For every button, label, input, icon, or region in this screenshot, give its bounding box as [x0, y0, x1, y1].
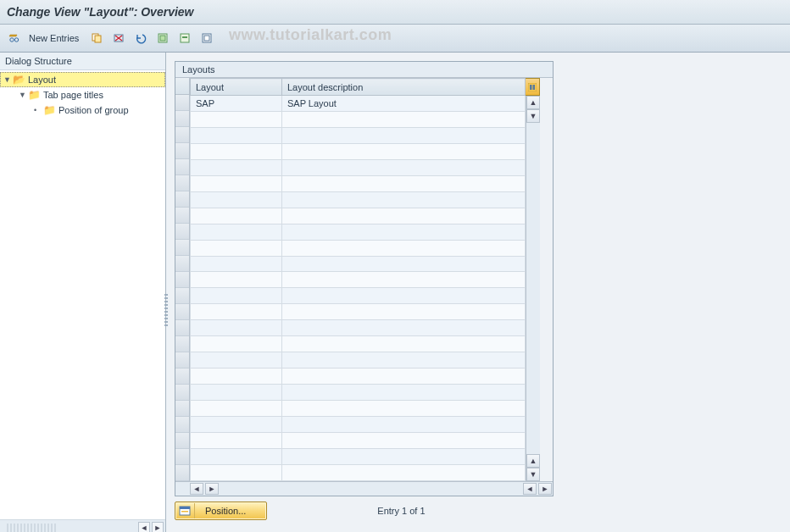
cell-description[interactable] [282, 256, 526, 272]
table-row[interactable] [191, 272, 526, 288]
cell-description[interactable] [282, 401, 526, 417]
cell-description[interactable] [282, 369, 526, 385]
cell-description[interactable] [282, 240, 526, 256]
table-row[interactable] [191, 464, 526, 480]
cell-description[interactable] [282, 288, 526, 304]
cell-layout[interactable] [191, 191, 282, 208]
scroll-right-button[interactable]: ► [538, 483, 552, 495]
scroll-up-button[interactable]: ▲ [526, 96, 540, 109]
hscroll-right-button[interactable]: ► [152, 522, 164, 532]
cell-layout[interactable] [191, 272, 282, 288]
table-row[interactable] [191, 352, 526, 369]
resize-grip[interactable] [7, 524, 58, 532]
cell-description[interactable] [282, 448, 526, 464]
column-header-layout[interactable]: Layout [191, 79, 282, 96]
scroll-up-button[interactable]: ▲ [526, 454, 540, 468]
row-header-cell[interactable] [175, 417, 189, 433]
cell-layout[interactable] [191, 256, 282, 272]
scroll-left-button[interactable]: ◄ [523, 483, 537, 495]
cell-description[interactable] [282, 352, 526, 369]
cell-description[interactable] [282, 127, 526, 143]
cell-layout[interactable] [191, 417, 282, 433]
scroll-down-button[interactable]: ▼ [526, 109, 540, 123]
row-header-cell[interactable] [175, 433, 189, 449]
hscroll-left-button[interactable]: ◄ [138, 522, 150, 532]
toggle-display-change-button[interactable] [5, 29, 24, 47]
cell-layout[interactable] [191, 224, 282, 240]
tree-node-layout[interactable]: ▼ 📂 Layout [0, 72, 165, 87]
cell-description[interactable] [282, 143, 526, 159]
table-row[interactable] [191, 433, 526, 449]
select-block-button[interactable] [175, 29, 194, 47]
splitter-handle[interactable] [164, 294, 168, 328]
table-row[interactable] [191, 143, 526, 159]
cell-layout[interactable] [191, 385, 282, 401]
cell-layout[interactable] [191, 320, 282, 336]
cell-layout[interactable] [191, 352, 282, 369]
row-header-corner[interactable] [175, 78, 189, 95]
cell-description[interactable] [282, 191, 526, 208]
cell-description[interactable] [282, 224, 526, 240]
row-header-cell[interactable] [175, 111, 189, 127]
row-header-cell[interactable] [175, 175, 189, 191]
cell-description[interactable] [282, 417, 526, 433]
row-header-cell[interactable] [175, 127, 189, 143]
cell-description[interactable]: SAP Layout [282, 96, 526, 112]
scroll-right-button[interactable]: ► [205, 483, 219, 495]
table-row[interactable] [191, 111, 526, 127]
cell-description[interactable] [282, 433, 526, 449]
cell-description[interactable] [282, 175, 526, 191]
row-header-cell[interactable] [175, 159, 189, 175]
table-row[interactable] [191, 240, 526, 256]
cell-layout[interactable] [191, 143, 282, 159]
cell-layout[interactable] [191, 175, 282, 191]
cell-layout[interactable] [191, 127, 282, 143]
cell-layout[interactable] [191, 288, 282, 304]
row-header-cell[interactable] [175, 240, 189, 256]
cell-layout[interactable] [191, 208, 282, 224]
cell-description[interactable] [282, 336, 526, 352]
row-header-cell[interactable] [175, 288, 189, 304]
copy-as-button[interactable] [87, 29, 106, 47]
row-header-cell[interactable] [175, 449, 189, 465]
table-row[interactable] [191, 127, 526, 143]
row-header-cell[interactable] [175, 191, 189, 208]
row-header-cell[interactable] [175, 401, 189, 417]
tree-node-tab-page-titles[interactable]: ▼ 📁 Tab page titles [0, 87, 165, 103]
scroll-down-button[interactable]: ▼ [526, 468, 540, 481]
expander-icon[interactable]: ▼ [19, 91, 25, 99]
cell-layout[interactable]: SAP [191, 96, 282, 112]
row-header-cell[interactable] [175, 272, 189, 288]
row-header-cell[interactable] [175, 256, 189, 272]
table-row[interactable] [191, 320, 526, 336]
tree-node-position-of-group[interactable]: • 📁 Position of group [0, 103, 165, 118]
vertical-scrollbar[interactable]: ▲ ▼ ▲ ▼ [526, 96, 540, 481]
cell-description[interactable] [282, 208, 526, 224]
cell-layout[interactable] [191, 304, 282, 320]
cell-layout[interactable] [191, 111, 282, 127]
cell-layout[interactable] [191, 369, 282, 385]
column-header-description[interactable]: Layout description [282, 79, 526, 96]
table-row[interactable] [191, 191, 526, 208]
table-row[interactable] [191, 336, 526, 352]
new-entries-button[interactable]: New Entries [29, 33, 79, 43]
row-header-cell[interactable] [175, 336, 189, 352]
table-row[interactable] [191, 369, 526, 385]
row-header-cell[interactable] [175, 352, 189, 369]
row-header-cell[interactable] [175, 224, 189, 240]
undo-button[interactable] [131, 29, 150, 47]
cell-layout[interactable] [191, 433, 282, 449]
row-header-cell[interactable] [175, 208, 189, 224]
table-row[interactable] [191, 288, 526, 304]
deselect-all-button[interactable] [198, 29, 216, 47]
cell-layout[interactable] [191, 240, 282, 256]
row-header-cell[interactable] [175, 143, 189, 159]
table-row[interactable] [191, 175, 526, 191]
row-header-cell[interactable] [175, 95, 189, 111]
cell-layout[interactable] [191, 159, 282, 175]
cell-description[interactable] [282, 385, 526, 401]
horizontal-scrollbar[interactable]: ◄ ► ◄ ► [175, 481, 553, 496]
expander-icon[interactable]: ▼ [3, 75, 10, 84]
cell-layout[interactable] [191, 401, 282, 417]
row-header-cell[interactable] [175, 320, 189, 336]
